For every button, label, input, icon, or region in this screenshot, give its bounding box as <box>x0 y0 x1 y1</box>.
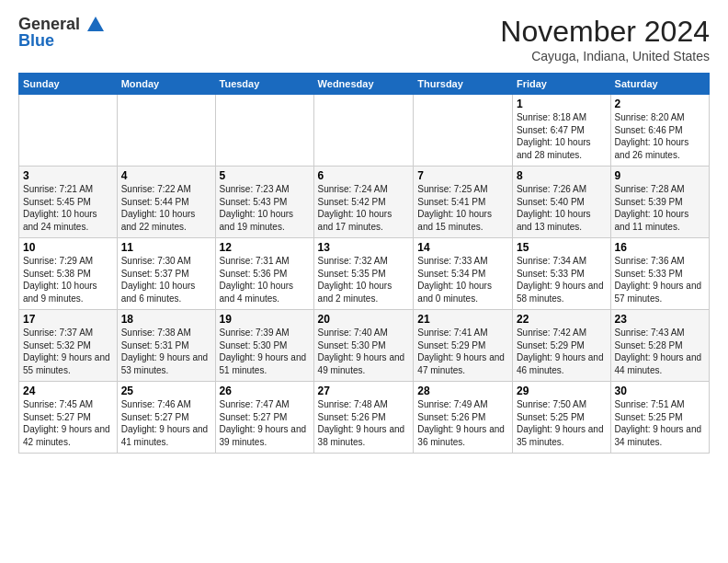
day-number: 26 <box>220 385 310 397</box>
day-info: Sunrise: 7:37 AM Sunset: 5:32 PM Dayligh… <box>23 327 113 376</box>
calendar-cell: 6Sunrise: 7:24 AM Sunset: 5:42 PM Daylig… <box>313 167 414 238</box>
day-info: Sunrise: 7:36 AM Sunset: 5:33 PM Dayligh… <box>615 255 705 304</box>
calendar-week-row: 24Sunrise: 7:45 AM Sunset: 5:27 PM Dayli… <box>19 382 710 454</box>
day-number: 23 <box>615 313 705 326</box>
calendar-cell: 2Sunrise: 8:20 AM Sunset: 6:46 PM Daylig… <box>610 95 709 167</box>
weekday-header: Wednesday <box>313 74 414 95</box>
day-info: Sunrise: 7:51 AM Sunset: 5:25 PM Dayligh… <box>615 398 705 448</box>
day-info: Sunrise: 7:41 AM Sunset: 5:29 PM Dayligh… <box>417 327 508 376</box>
day-number: 21 <box>417 313 508 326</box>
day-number: 20 <box>318 313 410 326</box>
logo-general: General <box>18 15 80 33</box>
day-number: 16 <box>615 241 705 254</box>
calendar-cell: 4Sunrise: 7:22 AM Sunset: 5:44 PM Daylig… <box>117 167 215 238</box>
day-number: 5 <box>220 169 310 182</box>
calendar-cell: 24Sunrise: 7:45 AM Sunset: 5:27 PM Dayli… <box>19 382 118 454</box>
day-number: 8 <box>517 169 607 182</box>
day-number: 13 <box>318 241 410 254</box>
day-number: 28 <box>417 385 508 397</box>
day-number: 25 <box>121 385 211 397</box>
day-number: 1 <box>517 98 607 110</box>
calendar-cell: 28Sunrise: 7:49 AM Sunset: 5:26 PM Dayli… <box>414 382 513 454</box>
calendar-cell <box>19 95 118 167</box>
calendar-week-row: 3Sunrise: 7:21 AM Sunset: 5:45 PM Daylig… <box>19 167 710 238</box>
calendar-cell: 19Sunrise: 7:39 AM Sunset: 5:30 PM Dayli… <box>215 310 313 382</box>
calendar-cell: 9Sunrise: 7:28 AM Sunset: 5:39 PM Daylig… <box>610 167 709 238</box>
day-number: 17 <box>23 313 113 326</box>
day-number: 18 <box>121 313 211 326</box>
weekday-header: Monday <box>117 74 215 95</box>
day-number: 2 <box>615 98 705 110</box>
calendar-cell: 27Sunrise: 7:48 AM Sunset: 5:26 PM Dayli… <box>313 382 414 454</box>
day-number: 14 <box>417 241 508 254</box>
day-info: Sunrise: 7:22 AM Sunset: 5:44 PM Dayligh… <box>121 183 211 233</box>
calendar-cell: 8Sunrise: 7:26 AM Sunset: 5:40 PM Daylig… <box>512 167 610 238</box>
weekday-header-row: SundayMondayTuesdayWednesdayThursdayFrid… <box>19 74 710 95</box>
day-info: Sunrise: 7:50 AM Sunset: 5:25 PM Dayligh… <box>517 398 607 448</box>
day-info: Sunrise: 7:47 AM Sunset: 5:27 PM Dayligh… <box>220 398 310 448</box>
weekday-header: Thursday <box>414 74 513 95</box>
calendar-cell <box>117 95 215 167</box>
day-info: Sunrise: 7:46 AM Sunset: 5:27 PM Dayligh… <box>121 398 211 448</box>
location: Cayuga, Indiana, United States <box>500 49 710 63</box>
day-number: 24 <box>23 385 113 397</box>
calendar-cell: 21Sunrise: 7:41 AM Sunset: 5:29 PM Dayli… <box>414 310 513 382</box>
day-info: Sunrise: 7:21 AM Sunset: 5:45 PM Dayligh… <box>23 183 113 233</box>
day-info: Sunrise: 7:39 AM Sunset: 5:30 PM Dayligh… <box>220 327 310 376</box>
day-info: Sunrise: 7:34 AM Sunset: 5:33 PM Dayligh… <box>517 255 607 304</box>
day-number: 29 <box>517 385 607 397</box>
calendar: SundayMondayTuesdayWednesdayThursdayFrid… <box>18 73 710 454</box>
weekday-header: Saturday <box>610 74 709 95</box>
calendar-cell: 23Sunrise: 7:43 AM Sunset: 5:28 PM Dayli… <box>610 310 709 382</box>
logo: General Blue <box>18 15 107 51</box>
calendar-cell: 12Sunrise: 7:31 AM Sunset: 5:36 PM Dayli… <box>215 238 313 310</box>
calendar-cell: 22Sunrise: 7:42 AM Sunset: 5:29 PM Dayli… <box>512 310 610 382</box>
day-info: Sunrise: 7:29 AM Sunset: 5:38 PM Dayligh… <box>23 255 113 304</box>
page: General Blue November 2024 Cayuga, India… <box>0 0 728 463</box>
day-info: Sunrise: 7:23 AM Sunset: 5:43 PM Dayligh… <box>220 183 310 233</box>
calendar-cell: 3Sunrise: 7:21 AM Sunset: 5:45 PM Daylig… <box>19 167 118 238</box>
calendar-cell: 29Sunrise: 7:50 AM Sunset: 5:25 PM Dayli… <box>512 382 610 454</box>
day-info: Sunrise: 7:42 AM Sunset: 5:29 PM Dayligh… <box>517 327 607 376</box>
day-number: 15 <box>517 241 607 254</box>
weekday-header: Tuesday <box>215 74 313 95</box>
day-info: Sunrise: 7:26 AM Sunset: 5:40 PM Dayligh… <box>517 183 607 233</box>
day-info: Sunrise: 7:32 AM Sunset: 5:35 PM Dayligh… <box>318 255 410 304</box>
day-info: Sunrise: 7:38 AM Sunset: 5:31 PM Dayligh… <box>121 327 211 376</box>
title-block: November 2024 Cayuga, Indiana, United St… <box>500 15 710 63</box>
calendar-cell: 25Sunrise: 7:46 AM Sunset: 5:27 PM Dayli… <box>117 382 215 454</box>
calendar-body: 1Sunrise: 8:18 AM Sunset: 6:47 PM Daylig… <box>19 95 710 454</box>
calendar-cell: 14Sunrise: 7:33 AM Sunset: 5:34 PM Dayli… <box>414 238 513 310</box>
day-number: 6 <box>318 169 410 182</box>
header: General Blue November 2024 Cayuga, India… <box>18 15 710 63</box>
calendar-cell: 20Sunrise: 7:40 AM Sunset: 5:30 PM Dayli… <box>313 310 414 382</box>
day-info: Sunrise: 7:48 AM Sunset: 5:26 PM Dayligh… <box>318 398 410 448</box>
day-info: Sunrise: 7:45 AM Sunset: 5:27 PM Dayligh… <box>23 398 113 448</box>
day-info: Sunrise: 7:31 AM Sunset: 5:36 PM Dayligh… <box>220 255 310 304</box>
day-info: Sunrise: 8:20 AM Sunset: 6:46 PM Dayligh… <box>615 111 705 161</box>
day-number: 30 <box>615 385 705 397</box>
weekday-header: Sunday <box>19 74 118 95</box>
calendar-cell <box>414 95 513 167</box>
day-number: 19 <box>220 313 310 326</box>
day-number: 22 <box>517 313 607 326</box>
calendar-cell: 13Sunrise: 7:32 AM Sunset: 5:35 PM Dayli… <box>313 238 414 310</box>
day-number: 7 <box>417 169 508 182</box>
calendar-week-row: 10Sunrise: 7:29 AM Sunset: 5:38 PM Dayli… <box>19 238 710 310</box>
day-info: Sunrise: 7:49 AM Sunset: 5:26 PM Dayligh… <box>417 398 508 448</box>
calendar-week-row: 17Sunrise: 7:37 AM Sunset: 5:32 PM Dayli… <box>19 310 710 382</box>
day-info: Sunrise: 7:25 AM Sunset: 5:41 PM Dayligh… <box>417 183 508 233</box>
calendar-cell: 10Sunrise: 7:29 AM Sunset: 5:38 PM Dayli… <box>19 238 118 310</box>
day-number: 12 <box>220 241 310 254</box>
calendar-cell: 11Sunrise: 7:30 AM Sunset: 5:37 PM Dayli… <box>117 238 215 310</box>
day-info: Sunrise: 7:30 AM Sunset: 5:37 PM Dayligh… <box>121 255 211 304</box>
calendar-week-row: 1Sunrise: 8:18 AM Sunset: 6:47 PM Daylig… <box>19 95 710 167</box>
calendar-cell: 1Sunrise: 8:18 AM Sunset: 6:47 PM Daylig… <box>512 95 610 167</box>
calendar-cell: 16Sunrise: 7:36 AM Sunset: 5:33 PM Dayli… <box>610 238 709 310</box>
day-number: 3 <box>23 169 113 182</box>
day-info: Sunrise: 7:43 AM Sunset: 5:28 PM Dayligh… <box>615 327 705 376</box>
day-number: 4 <box>121 169 211 182</box>
calendar-cell: 17Sunrise: 7:37 AM Sunset: 5:32 PM Dayli… <box>19 310 118 382</box>
calendar-cell: 30Sunrise: 7:51 AM Sunset: 5:25 PM Dayli… <box>610 382 709 454</box>
month-title: November 2024 <box>500 15 710 49</box>
